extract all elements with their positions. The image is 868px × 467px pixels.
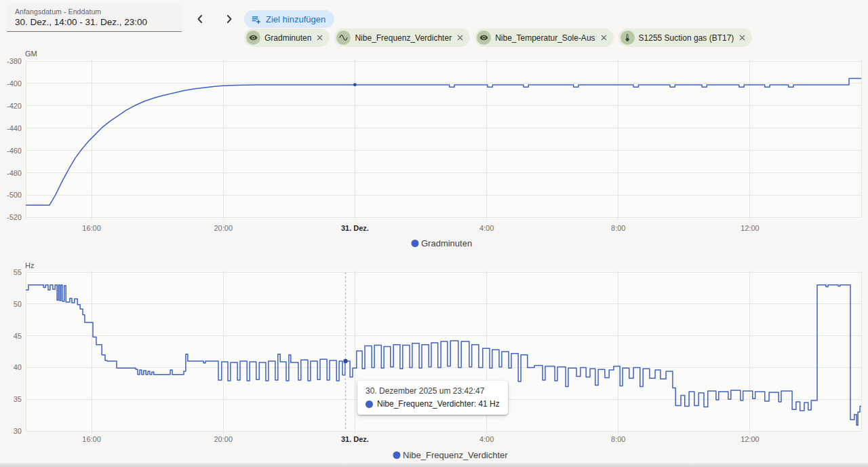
- y-tick-label: -420: [7, 102, 22, 110]
- y-tick-label: 55: [14, 268, 22, 276]
- history-page: Anfangsdatum - Enddatum 30. Dez., 14:00 …: [0, 0, 868, 467]
- x-tick-label: 4:00: [479, 435, 494, 443]
- x-tick-label: 20:00: [214, 435, 233, 443]
- y-tick-label: -520: [7, 213, 22, 221]
- x-tick-label: 12:00: [741, 435, 760, 443]
- series-dot-icon: [366, 400, 373, 408]
- y-tick-label: 50: [14, 300, 22, 308]
- y-tick-label: 35: [14, 395, 22, 403]
- x-tick-label: 20:00: [214, 224, 233, 232]
- legend-dot-icon: [393, 451, 401, 459]
- legend-dot-icon: [412, 240, 419, 247]
- tooltip-value: Nibe_Frequenz_Verdichter: 41 Hz: [377, 399, 500, 409]
- y-tick-label: 40: [14, 363, 22, 371]
- legend-label[interactable]: Gradminuten: [421, 238, 472, 248]
- degree-minutes-chart[interactable]: 16:0020:0031. Dez.4:008:0012:00-380-400-…: [7, 50, 861, 248]
- axis-unit-label: GM: [25, 50, 37, 58]
- hover-marker: [353, 83, 357, 86]
- chart-tooltip: 30. Dezember 2025 um 23:42:47 Nibe_Frequ…: [357, 381, 508, 415]
- x-tick-label: 16:00: [82, 224, 101, 232]
- bottom-scroll-strip[interactable]: [0, 463, 868, 467]
- x-tick-label: 16:00: [82, 435, 101, 443]
- x-tick-label: 31. Dez.: [341, 435, 369, 443]
- y-tick-label: -480: [7, 169, 22, 177]
- y-tick-label: -440: [7, 124, 22, 132]
- y-tick-label: -380: [7, 57, 22, 65]
- x-tick-label: 8:00: [611, 435, 625, 443]
- x-tick-label: 4:00: [479, 224, 494, 232]
- x-tick-label: 12:00: [741, 224, 760, 232]
- y-tick-label: 30: [14, 427, 22, 435]
- axis-unit-label: Hz: [25, 261, 34, 269]
- tooltip-timestamp: 30. Dezember 2025 um 23:42:47: [366, 386, 500, 396]
- y-tick-label: -460: [7, 147, 22, 155]
- y-tick-label: -400: [7, 79, 22, 88]
- x-tick-label: 31. Dez.: [341, 224, 369, 232]
- y-tick-label: 45: [14, 332, 22, 340]
- compressor-frequency-chart[interactable]: 16:0020:0031. Dez.4:008:0012:00555045403…: [14, 261, 861, 460]
- hover-marker: [343, 359, 347, 363]
- y-tick-label: -500: [7, 191, 22, 199]
- x-tick-label: 8:00: [611, 224, 625, 232]
- legend-label[interactable]: Nibe_Frequenz_Verdichter: [403, 450, 508, 460]
